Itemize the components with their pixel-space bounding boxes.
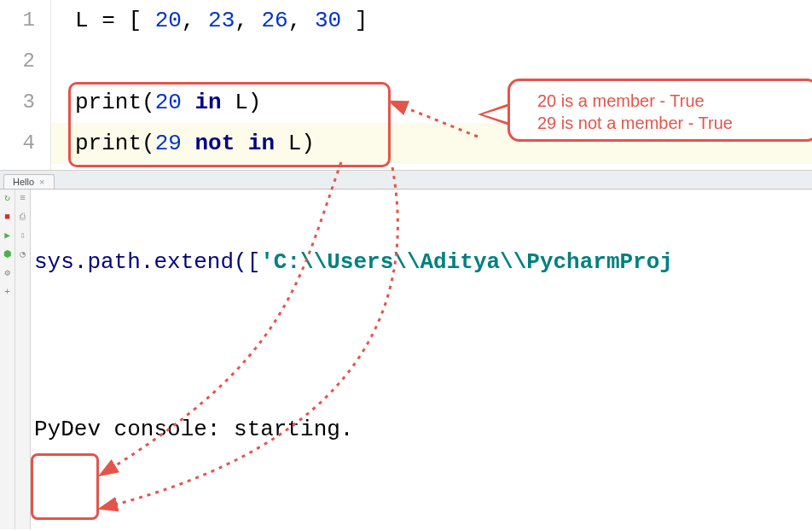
stop-icon[interactable]: ■	[3, 212, 13, 222]
rerun-icon[interactable]: ↻	[3, 193, 13, 203]
console-line	[34, 497, 812, 529]
close-icon[interactable]: ×	[39, 177, 44, 187]
play-icon[interactable]: ▶	[3, 230, 13, 241]
line-number: 3	[0, 82, 35, 123]
console-line: sys.path.extend(['C:\\Users\\Aditya\\Pyc…	[34, 246, 812, 278]
console-line: PyDev console: starting.	[34, 413, 812, 446]
code-line-1[interactable]: L = [ 20, 23, 26, 30 ]	[51, 0, 812, 41]
code-editor[interactable]: 1 2 3 4 L = [ 20, 23, 26, 30 ] print(20 …	[0, 0, 812, 171]
console-panel: ↻ ■ ▶ ⬢ ⚙ + ≡ ⎙ ⇩ ◔ sys.path.extend(['C:…	[0, 190, 812, 529]
tab-hello[interactable]: Hello ×	[3, 174, 55, 189]
history-icon[interactable]: ◔	[18, 249, 28, 260]
line-number: 1	[0, 0, 35, 41]
line-number-gutter: 1 2 3 4	[0, 0, 51, 170]
console-line	[34, 330, 812, 362]
annotation-callout: 20 is a member - True 29 is not a member…	[508, 79, 812, 142]
scroll-icon[interactable]: ⇩	[18, 230, 28, 241]
console-output[interactable]: sys.path.extend(['C:\\Users\\Aditya\\Pyc…	[31, 190, 812, 529]
plus-icon[interactable]: +	[3, 287, 13, 297]
callout-line: 20 is a member - True	[537, 90, 806, 112]
toolbar-col-1: ↻ ■ ▶ ⬢ ⚙ +	[0, 190, 15, 529]
code-line-2[interactable]	[51, 41, 812, 82]
gear-icon[interactable]: ⚙	[3, 268, 13, 278]
callout-line: 29 is not a member - True	[537, 112, 806, 134]
soft-wrap-icon[interactable]: ≡	[18, 193, 28, 203]
line-number: 4	[0, 123, 35, 164]
line-number: 2	[0, 41, 35, 82]
tab-label: Hello	[13, 177, 34, 187]
console-tab-bar: Hello ×	[0, 171, 812, 190]
code-text-area[interactable]: L = [ 20, 23, 26, 30 ] print(20 in L) pr…	[51, 0, 812, 170]
callout-tail-icon	[478, 102, 512, 126]
toolbar-col-2: ≡ ⎙ ⇩ ◔	[15, 190, 31, 529]
bug-icon[interactable]: ⬢	[3, 249, 13, 260]
print-icon[interactable]: ⎙	[18, 212, 28, 222]
